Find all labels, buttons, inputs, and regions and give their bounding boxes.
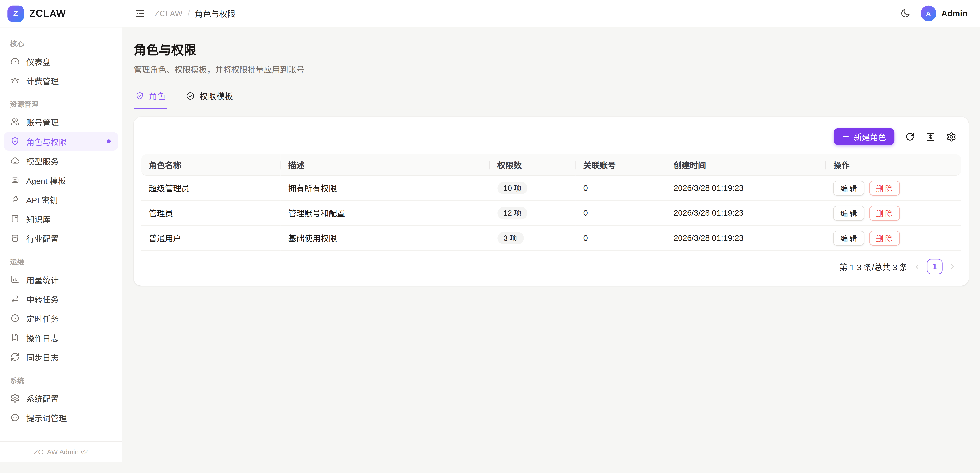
avatar: A xyxy=(921,6,936,21)
nav-section-label-ops: 运维 xyxy=(0,248,122,269)
edit-button[interactable]: 编辑 xyxy=(834,180,864,196)
gear-icon xyxy=(946,132,956,142)
created-at-cell: 2026/3/28 01:19:23 xyxy=(666,226,826,251)
sidebar-item-api-keys[interactable]: API 密钥 xyxy=(4,190,118,209)
breadcrumb-root-link[interactable]: ZCLAW xyxy=(154,9,183,18)
permission-count-badge: 10 项 xyxy=(497,182,528,194)
sidebar: Z ZCLAW 核心 仪表盘 计费管理 资源管理 账号管理 角色与权限 xyxy=(0,0,123,462)
delete-button[interactable]: 删除 xyxy=(869,180,900,196)
page-content: 角色与权限 管理角色、权限模板，并将权限批量应用到账号 角色 权限模板 新建角色 xyxy=(123,27,980,462)
row-actions: 编辑 删除 xyxy=(834,180,954,196)
sidebar-item-agent-templates[interactable]: Agent 模板 xyxy=(4,171,118,190)
sidebar-item-prompt-management[interactable]: 提示词管理 xyxy=(4,408,118,427)
column-settings-button[interactable] xyxy=(946,132,956,142)
settings-icon xyxy=(10,393,20,403)
edit-button[interactable]: 编辑 xyxy=(834,205,864,221)
main-area: ZCLAW / 角色与权限 A Admin 角色与权限 管理角色、权限模板，并将… xyxy=(123,0,980,462)
roles-table: 角色名称 描述 权限数 关联账号 创建时间 操作 超级管理员 拥有所有权限 10 xyxy=(141,154,961,251)
row-density-button[interactable] xyxy=(926,132,936,142)
edit-button[interactable]: 编辑 xyxy=(834,230,864,245)
nav-section-label-system: 系统 xyxy=(0,367,122,388)
plug-icon xyxy=(10,194,20,204)
sidebar-item-label: 用量统计 xyxy=(26,274,59,285)
linked-accounts-cell: 0 xyxy=(576,226,666,251)
description-cell: 管理账号和配置 xyxy=(281,201,490,226)
next-page-button[interactable] xyxy=(948,263,956,271)
sidebar-item-sync-logs[interactable]: 同步日志 xyxy=(4,347,118,366)
sidebar-item-model-services[interactable]: 模型服务 xyxy=(4,151,118,170)
table-toolbar: 新建角色 xyxy=(141,124,961,154)
col-header-description: 描述 xyxy=(281,154,490,176)
sidebar-item-system-config[interactable]: 系统配置 xyxy=(4,389,118,408)
page-title: 角色与权限 xyxy=(134,40,969,58)
role-name-cell: 普通用户 xyxy=(141,226,281,251)
chevron-left-icon xyxy=(913,263,921,271)
refresh-table-button[interactable] xyxy=(905,132,915,142)
role-name-cell: 管理员 xyxy=(141,201,281,226)
page-number-button[interactable]: 1 xyxy=(927,259,943,274)
user-name: Admin xyxy=(941,9,967,18)
table-row: 管理员 管理账号和配置 12 项 0 2026/3/28 01:19:23 编辑… xyxy=(141,201,961,226)
sidebar-item-label: 仪表盘 xyxy=(26,55,51,67)
clock-icon xyxy=(10,313,20,323)
sidebar-item-relay-tasks[interactable]: 中转任务 xyxy=(4,289,118,308)
collapse-sidebar-button[interactable] xyxy=(134,7,147,20)
sidebar-item-label: 中转任务 xyxy=(26,293,59,305)
col-header-linked-accounts: 关联账号 xyxy=(576,154,666,176)
sidebar-item-label: Agent 模板 xyxy=(26,174,66,186)
sidebar-item-usage-stats[interactable]: 用量统计 xyxy=(4,270,118,289)
tab-roles[interactable]: 角色 xyxy=(134,89,167,109)
shield-check-icon xyxy=(10,136,20,146)
sidebar-item-label: 行业配置 xyxy=(26,232,59,244)
prev-page-button[interactable] xyxy=(913,263,921,271)
sidebar-item-accounts[interactable]: 账号管理 xyxy=(4,113,118,131)
sidebar-item-operation-logs[interactable]: 操作日志 xyxy=(4,328,118,347)
store-icon xyxy=(10,233,20,243)
sidebar-item-label: 模型服务 xyxy=(26,154,59,167)
sidebar-item-label: 提示词管理 xyxy=(26,412,67,424)
table-row: 超级管理员 拥有所有权限 10 项 0 2026/3/28 01:19:23 编… xyxy=(141,176,961,201)
sidebar-item-knowledge-base[interactable]: 知识库 xyxy=(4,209,118,228)
sidebar-item-roles-permissions[interactable]: 角色与权限 xyxy=(4,132,118,151)
dark-mode-toggle[interactable] xyxy=(899,7,912,20)
description-cell: 拥有所有权限 xyxy=(281,176,490,201)
topbar: ZCLAW / 角色与权限 A Admin xyxy=(123,0,980,27)
breadcrumb-separator: / xyxy=(188,9,190,18)
users-icon xyxy=(10,117,20,127)
menu-fold-icon xyxy=(135,8,146,19)
cloud-icon xyxy=(10,156,20,166)
delete-button[interactable]: 删除 xyxy=(869,205,900,221)
row-actions: 编辑 删除 xyxy=(834,230,954,245)
sidebar-item-dashboard[interactable]: 仪表盘 xyxy=(4,52,118,71)
file-text-icon xyxy=(10,333,20,342)
table-header-row: 角色名称 描述 权限数 关联账号 创建时间 操作 xyxy=(141,154,961,176)
sidebar-item-label: 账号管理 xyxy=(26,116,59,128)
column-height-icon xyxy=(926,132,936,142)
breadcrumb: ZCLAW / 角色与权限 xyxy=(154,8,235,19)
crown-icon xyxy=(10,76,20,86)
bot-icon xyxy=(10,175,20,185)
created-at-cell: 2026/3/28 01:19:23 xyxy=(666,201,826,226)
page-subtitle: 管理角色、权限模板，并将权限批量应用到账号 xyxy=(134,63,969,75)
delete-button[interactable]: 删除 xyxy=(869,230,900,245)
linked-accounts-cell: 0 xyxy=(576,176,666,201)
topbar-right: A Admin xyxy=(899,6,967,21)
sidebar-item-scheduled-tasks[interactable]: 定时任务 xyxy=(4,309,118,328)
table-row: 普通用户 基础使用权限 3 项 0 2026/3/28 01:19:23 编辑 … xyxy=(141,226,961,251)
transfer-arrows-icon xyxy=(10,294,20,304)
user-menu[interactable]: A Admin xyxy=(921,6,967,21)
sidebar-item-billing[interactable]: 计费管理 xyxy=(4,72,118,90)
sidebar-item-industry-config[interactable]: 行业配置 xyxy=(4,229,118,248)
col-header-created-at: 创建时间 xyxy=(666,154,826,176)
sidebar-item-label: 同步日志 xyxy=(26,351,59,363)
permission-count-badge: 12 项 xyxy=(497,207,528,219)
sidebar-item-label: 操作日志 xyxy=(26,332,59,344)
tab-permission-templates[interactable]: 权限模板 xyxy=(185,89,234,109)
linked-accounts-cell: 0 xyxy=(576,201,666,226)
pagination: 第 1-3 条/总共 3 条 1 xyxy=(141,251,961,278)
new-role-button[interactable]: 新建角色 xyxy=(834,128,894,145)
col-header-permission-count: 权限数 xyxy=(490,154,576,176)
app-root: Z ZCLAW 核心 仪表盘 计费管理 资源管理 账号管理 角色与权限 xyxy=(0,0,980,462)
col-header-actions: 操作 xyxy=(826,154,961,176)
sync-icon xyxy=(10,352,20,362)
